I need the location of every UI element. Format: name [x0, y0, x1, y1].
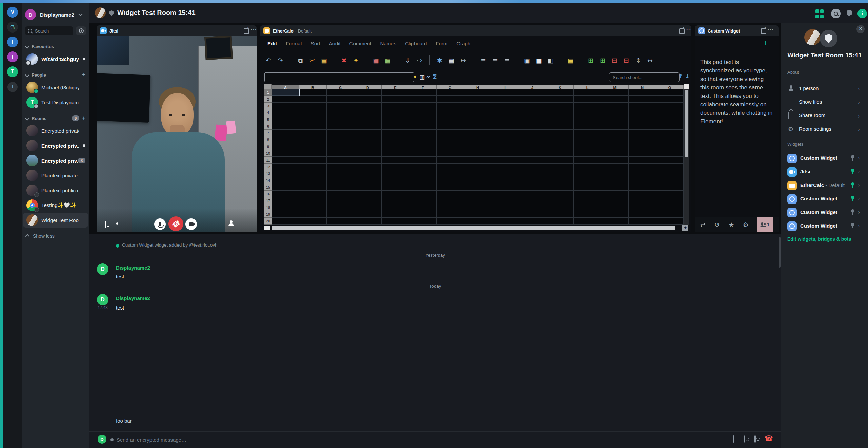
- import-export-icon[interactable]: ⇄: [700, 221, 705, 228]
- collapse-columns-icon[interactable]: ↔: [646, 56, 654, 65]
- lock-cells-icon[interactable]: ▦: [371, 56, 380, 65]
- popout-icon[interactable]: [761, 28, 766, 34]
- pin-icon[interactable]: [851, 223, 854, 226]
- row-header-3[interactable]: 3: [264, 103, 272, 109]
- vertical-scrollbar[interactable]: [684, 84, 689, 225]
- add-button[interactable]: +: [82, 72, 85, 78]
- popout-icon[interactable]: [679, 28, 685, 34]
- add-button[interactable]: +: [763, 38, 768, 48]
- menu-form[interactable]: Form: [436, 41, 447, 46]
- menu-graph[interactable]: Graph: [456, 41, 470, 46]
- voice-call-hangup-icon[interactable]: ☎: [765, 434, 773, 442]
- row-header-6[interactable]: 6: [264, 123, 272, 130]
- settings-gear-icon[interactable]: ⚙: [743, 221, 748, 228]
- sender-name[interactable]: Displayname2: [116, 265, 150, 271]
- selected-cell-a1[interactable]: [272, 89, 300, 96]
- unlock-cells-icon[interactable]: ▦: [383, 56, 392, 65]
- recalc-wand-icon[interactable]: ✦: [351, 56, 360, 65]
- space-t-green[interactable]: T: [7, 66, 18, 77]
- space-t-purple[interactable]: T: [7, 51, 18, 62]
- pin-icon[interactable]: [851, 209, 854, 213]
- room-list-item[interactable]: Plaintext public ro...: [23, 183, 88, 198]
- room-avatar[interactable]: [95, 7, 106, 18]
- grid-corner-cell[interactable]: [264, 84, 272, 89]
- share-room-item[interactable]: Share room›: [781, 110, 868, 122]
- show-files-item[interactable]: Show files›: [781, 96, 868, 108]
- room-members-item[interactable]: 1 person›: [781, 83, 868, 95]
- search-up-icon[interactable]: ↑: [678, 73, 683, 80]
- highlight-row-icon[interactable]: ▤: [566, 56, 575, 65]
- row-header-1[interactable]: 1: [264, 89, 272, 96]
- room-list-item[interactable]: Widget Test Room...: [23, 213, 88, 228]
- room-avatar[interactable]: [804, 29, 821, 45]
- widget-menu-icon[interactable]: ···: [686, 27, 691, 33]
- screenshare-button[interactable]: [105, 222, 106, 228]
- row-header-17[interactable]: 17: [264, 197, 272, 204]
- search-field[interactable]: [34, 28, 69, 34]
- scroll-left-button[interactable]: [264, 226, 270, 230]
- table-grid-icon[interactable]: ▦: [447, 56, 456, 65]
- row-header-12[interactable]: 12: [264, 164, 272, 170]
- fill-down-icon[interactable]: ⇩: [403, 56, 412, 65]
- custom-widget-header[interactable]: Custom Widget ···: [695, 25, 779, 36]
- insert-row-icon[interactable]: ⊞: [586, 56, 595, 65]
- row-header-4[interactable]: 4: [264, 109, 272, 116]
- row-header-11[interactable]: 11: [264, 157, 272, 164]
- emoji-icon[interactable]: [744, 436, 745, 442]
- widget-list-item[interactable]: Custom Widget›: [781, 192, 868, 206]
- pin-icon[interactable]: [851, 169, 854, 172]
- chevron-right-icon[interactable]: ›: [858, 182, 860, 188]
- formula-input[interactable]: [264, 72, 414, 82]
- show-less-button[interactable]: Show less: [22, 231, 89, 241]
- notifications-bell-icon[interactable]: [845, 9, 855, 18]
- sender-name[interactable]: Displayname2: [116, 295, 150, 301]
- row-header-19[interactable]: 19: [264, 211, 272, 218]
- fill-right-icon[interactable]: ⇨: [415, 56, 424, 65]
- room-list-item[interactable]: Encrypted priv...6: [23, 153, 88, 168]
- history-icon[interactable]: ↺: [714, 221, 720, 228]
- room-info-icon[interactable]: i: [857, 9, 867, 18]
- message-body[interactable]: test: [116, 305, 124, 311]
- background-color-icon[interactable]: ■: [534, 56, 543, 65]
- row-header-14[interactable]: 14: [264, 177, 272, 184]
- row-header-5[interactable]: 5: [264, 116, 272, 123]
- room-list-item[interactable]: Michael (t3chguy): [23, 80, 88, 95]
- insert-sheet-icon[interactable]: ✱: [435, 56, 444, 65]
- move-range-icon[interactable]: ↦: [459, 56, 468, 65]
- pending-message[interactable]: foo bar: [116, 418, 132, 424]
- edit-widgets-link[interactable]: Edit widgets, bridges & bots: [787, 236, 851, 242]
- space-flask[interactable]: ⚗: [7, 22, 18, 33]
- widget-list-item[interactable]: Custom Widget›: [781, 206, 868, 219]
- grid-resize-handle[interactable]: +: [682, 225, 688, 231]
- row-header-20[interactable]: 20: [264, 218, 272, 225]
- room-list-item[interactable]: Wízárd t̶3̶c̶h̶g̶u̶y̶: [23, 51, 88, 66]
- wand-icon[interactable]: ✦: [412, 73, 417, 80]
- room-list-item[interactable]: Encrypted priv...: [23, 138, 88, 153]
- row-header-18[interactable]: 18: [264, 204, 272, 211]
- sticker-icon[interactable]: [754, 436, 756, 442]
- pin-icon[interactable]: [851, 196, 854, 199]
- row-header-16[interactable]: 16: [264, 191, 272, 197]
- menu-audit[interactable]: Audit: [329, 41, 340, 46]
- menu-comment[interactable]: Comment: [349, 41, 371, 46]
- spreadsheet-cells[interactable]: [272, 89, 684, 225]
- menu-sort[interactable]: Sort: [311, 41, 320, 46]
- chevron-right-icon[interactable]: ›: [858, 223, 860, 229]
- pad-text-content[interactable]: This pad text is synchronized as you typ…: [700, 58, 773, 126]
- align-right-icon[interactable]: ≡: [503, 56, 511, 65]
- chevron-right-icon[interactable]: ›: [858, 155, 860, 161]
- sender-avatar[interactable]: D: [97, 294, 108, 305]
- sheet-search-input[interactable]: [609, 72, 680, 82]
- widget-list-item[interactable]: Jitsi›: [781, 165, 868, 179]
- search-down-icon[interactable]: ↓: [685, 73, 690, 80]
- section-header-rooms[interactable]: Rooms6+: [22, 113, 89, 123]
- undo-icon[interactable]: ↶: [264, 56, 273, 65]
- ethercalc-widget-header[interactable]: EtherCalc - Default ···: [260, 25, 691, 36]
- sender-avatar[interactable]: D: [97, 263, 108, 275]
- border-style-icon[interactable]: ▣: [523, 56, 531, 65]
- collapse-rows-icon[interactable]: ↕: [634, 56, 643, 65]
- message-body[interactable]: test: [116, 274, 124, 279]
- timeline-scrollbar[interactable]: [779, 237, 781, 268]
- pin-icon[interactable]: [851, 155, 854, 158]
- search-icon[interactable]: [831, 9, 841, 18]
